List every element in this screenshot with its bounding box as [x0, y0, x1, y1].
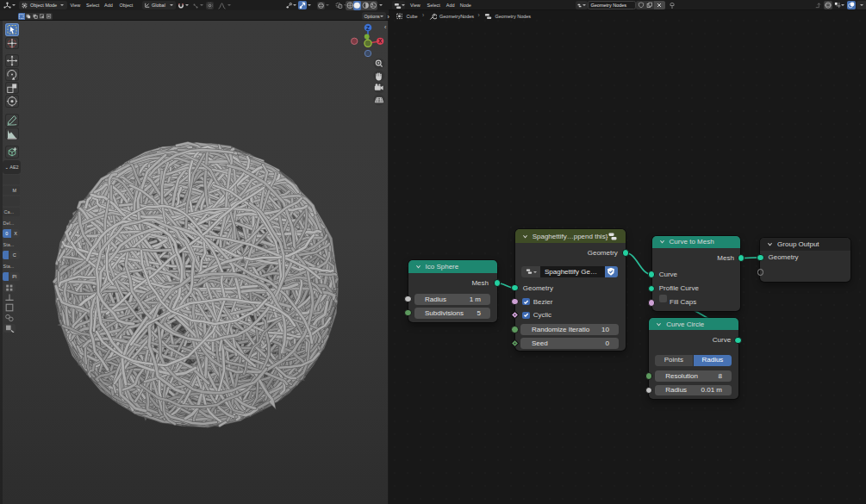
svg-text:X: X	[378, 38, 383, 44]
svg-text:Z: Z	[366, 25, 370, 31]
